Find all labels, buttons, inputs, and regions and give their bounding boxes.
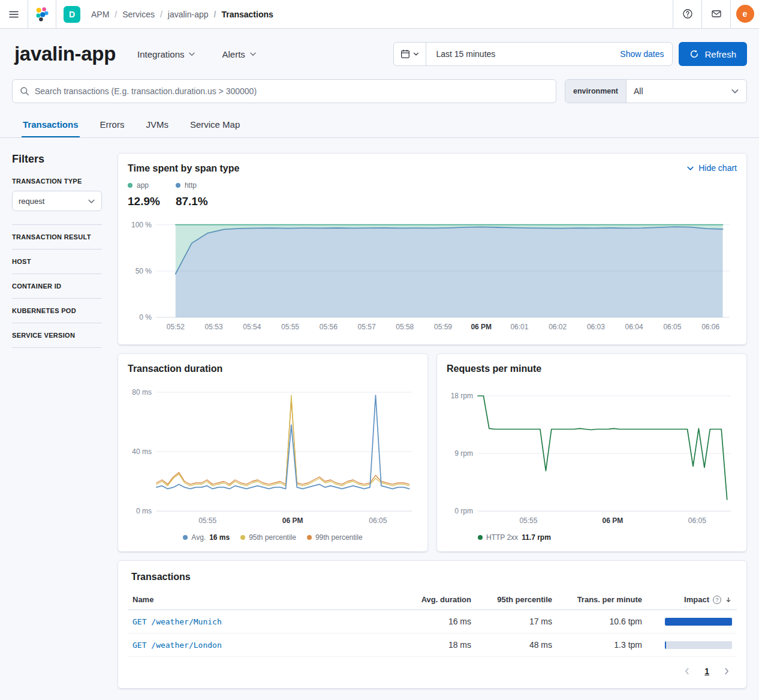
page-number[interactable]: 1 — [704, 666, 709, 676]
chevron-down-icon — [249, 50, 257, 58]
sort-down-icon — [725, 596, 732, 603]
table-row: GET /weather/Munich 16 ms 17 ms 10.6 tpm — [128, 610, 737, 633]
breadcrumb-services[interactable]: Services — [109, 10, 155, 19]
search-icon — [20, 86, 29, 96]
next-page-button[interactable] — [722, 667, 731, 675]
svg-text:06:02: 06:02 — [549, 323, 567, 331]
span-type-chart[interactable]: 0 %50 %100 %05:5205:5305:5405:5505:5605:… — [128, 215, 736, 333]
elastic-logo[interactable] — [28, 0, 56, 28]
svg-text:06:05: 06:05 — [688, 516, 706, 525]
svg-text:06 PM: 06 PM — [471, 323, 492, 331]
filter-kubernetes-pod[interactable]: KUBERNETES POD — [12, 298, 102, 323]
svg-text:0 rpm: 0 rpm — [454, 507, 473, 515]
calendar-menu-button[interactable] — [394, 43, 426, 65]
tab-service-map[interactable]: Service Map — [189, 112, 241, 137]
tab-transactions[interactable]: Transactions — [22, 112, 80, 137]
hamburger-icon — [9, 10, 19, 19]
svg-text:05:55: 05:55 — [281, 323, 299, 331]
transactions-table: Name Avg. duration 95th percentile Trans… — [128, 590, 737, 657]
user-menu-button[interactable]: e — [730, 0, 759, 28]
col-header-avg-duration[interactable]: Avg. duration — [398, 590, 476, 610]
alerts-menu[interactable]: Alerts — [222, 49, 256, 59]
time-range-value[interactable]: Last 15 minutes — [426, 49, 612, 59]
chevron-down-icon — [413, 51, 419, 57]
tab-jvms[interactable]: JVMs — [144, 112, 170, 137]
col-header-name[interactable]: Name — [128, 590, 398, 610]
transaction-link[interactable]: GET /weather/Munich — [132, 617, 222, 626]
filters-title: Filters — [12, 153, 102, 166]
time-controls: Last 15 minutes Show dates Refresh — [393, 42, 747, 66]
avatar-initial: e — [743, 9, 748, 19]
avatar: e — [736, 5, 754, 23]
show-dates-link[interactable]: Show dates — [612, 49, 672, 59]
p95-cell: 17 ms — [476, 610, 557, 633]
app-legend-dot — [128, 183, 132, 188]
legend-item-app[interactable]: app 12.9% — [128, 181, 160, 208]
deployment-badge[interactable]: D — [64, 6, 80, 23]
environment-select[interactable]: environment All — [565, 79, 747, 103]
breadcrumb-apm[interactable]: APM — [91, 10, 109, 19]
refresh-button[interactable]: Refresh — [679, 42, 747, 66]
legend-item-http-2xx[interactable]: HTTP 2xx 11.7 rpm — [478, 533, 551, 542]
filter-container-id[interactable]: CONTAINER ID — [12, 274, 102, 298]
rpm-chart-legend: HTTP 2xx 11.7 rpm — [447, 533, 737, 542]
page-title: javalin-app — [14, 43, 116, 65]
svg-text:06:05: 06:05 — [369, 516, 387, 525]
pagination: 1 — [128, 657, 737, 678]
newsfeed-button[interactable] — [701, 0, 730, 28]
filters-sidebar: Filters TRANSACTION TYPE request TRANSAC… — [12, 153, 102, 689]
legend-item-99th[interactable]: 99th percentile — [307, 533, 363, 542]
svg-text:06 PM: 06 PM — [282, 516, 303, 525]
duration-card-title: Transaction duration — [128, 363, 418, 374]
transaction-type-select[interactable]: request — [12, 191, 102, 211]
menu-button[interactable] — [0, 0, 28, 28]
tab-errors[interactable]: Errors — [99, 112, 126, 137]
chevron-down-icon — [88, 197, 95, 205]
chevron-right-icon — [722, 667, 731, 675]
help-button[interactable] — [673, 0, 701, 28]
span-type-card: Time spent by span type Hide chart app 1… — [118, 153, 747, 345]
svg-text:50 %: 50 % — [135, 267, 152, 275]
impact-bar — [665, 641, 732, 649]
svg-text:05:53: 05:53 — [205, 323, 223, 331]
transaction-duration-chart[interactable]: 0 ms40 ms80 ms05:5506 PM06:05 — [128, 381, 418, 527]
app-percentage: 12.9% — [128, 195, 160, 208]
svg-text:100 %: 100 % — [131, 221, 152, 229]
p99-legend-dot — [307, 535, 312, 540]
prev-page-button[interactable] — [683, 667, 691, 675]
svg-text:05:59: 05:59 — [434, 323, 452, 331]
svg-text:18 rpm: 18 rpm — [451, 392, 473, 400]
impact-bar — [665, 618, 732, 626]
svg-text:06 PM: 06 PM — [603, 516, 624, 525]
environment-value: All — [634, 86, 643, 96]
breadcrumb-current: Transactions — [209, 10, 273, 19]
search-input[interactable] — [35, 86, 549, 96]
legend-item-95th[interactable]: 95th percentile — [240, 533, 296, 542]
hide-chart-button[interactable]: Hide chart — [686, 163, 737, 173]
refresh-icon — [689, 49, 699, 59]
avg-duration-cell: 18 ms — [398, 633, 476, 657]
filter-transaction-result[interactable]: TRANSACTION RESULT — [12, 224, 102, 249]
search-box — [12, 79, 556, 103]
chevron-down-icon — [731, 87, 739, 95]
svg-text:06:01: 06:01 — [510, 323, 528, 331]
filter-host[interactable]: HOST — [12, 249, 102, 274]
svg-text:06:03: 06:03 — [587, 323, 605, 331]
legend-item-avg[interactable]: Avg. 16 ms — [183, 533, 230, 542]
svg-text:9 rpm: 9 rpm — [454, 449, 473, 458]
integrations-menu[interactable]: Integrations — [137, 49, 195, 59]
col-header-tpm[interactable]: Trans. per minute — [557, 590, 647, 610]
svg-text:40 ms: 40 ms — [132, 447, 152, 456]
transactions-table-card: Transactions Name Avg. duration 95th per… — [118, 560, 747, 689]
legend-item-http[interactable]: http 87.1% — [176, 181, 208, 208]
svg-text:0 ms: 0 ms — [136, 507, 152, 515]
transaction-link[interactable]: GET /weather/London — [132, 641, 222, 650]
col-header-95th[interactable]: 95th percentile — [476, 590, 557, 610]
breadcrumb-service[interactable]: javalin-app — [155, 10, 209, 19]
filter-service-version[interactable]: SERVICE VERSION — [12, 323, 102, 347]
col-header-impact[interactable]: Impact ? — [647, 590, 737, 610]
svg-text:05:55: 05:55 — [519, 516, 537, 525]
requests-per-minute-chart[interactable]: 0 rpm9 rpm18 rpm05:5506 PM06:05 — [447, 381, 737, 527]
impact-help-icon[interactable]: ? — [713, 596, 721, 604]
environment-prepend-label: environment — [565, 80, 627, 103]
